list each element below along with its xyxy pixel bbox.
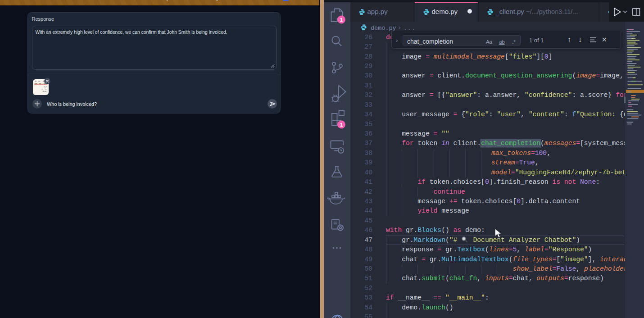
svg-text:1: 1 bbox=[340, 17, 343, 22]
svg-text:1: 1 bbox=[340, 122, 343, 127]
svg-text:Sum: Sum bbox=[43, 90, 47, 92]
